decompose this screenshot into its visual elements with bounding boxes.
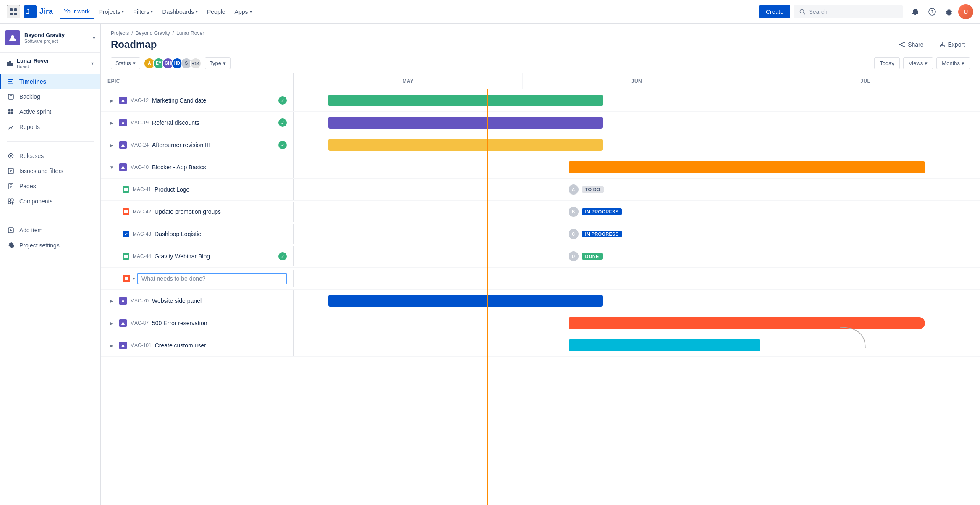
share-button[interactable]: Share: [894, 39, 928, 50]
gantt-bar-mac101[interactable]: [569, 339, 761, 351]
project-info: Beyond Gravity Software project: [24, 32, 89, 44]
svg-point-42: [899, 44, 901, 45]
backlog-icon: [7, 92, 15, 101]
status-mac40: [278, 163, 287, 171]
new-task-input[interactable]: [137, 273, 287, 284]
people-nav[interactable]: People: [203, 5, 230, 18]
table-row: ▶ MAC-101 Create custom user: [101, 334, 980, 357]
avatar-mac44: D: [569, 251, 579, 261]
settings-button[interactable]: [941, 4, 956, 19]
page-title: Roadmap: [111, 39, 157, 50]
your-work-nav[interactable]: Your work: [60, 5, 94, 19]
board-name: Lunar Rover: [17, 58, 49, 64]
user-avatar[interactable]: U: [958, 4, 973, 19]
svg-line-7: [803, 13, 805, 14]
child-cell-mac44: MAC-44 Gravity Webinar Blog ✓: [101, 246, 294, 266]
svg-rect-2: [10, 13, 13, 15]
sidebar-item-backlog[interactable]: Backlog: [0, 89, 100, 104]
breadcrumb-project[interactable]: Beyond Gravity: [136, 30, 170, 36]
child-icon-mac41: [123, 186, 129, 193]
gantt-bar-mac24[interactable]: [328, 139, 603, 151]
svg-text:J: J: [26, 8, 30, 16]
page-actions: Share Export: [894, 39, 970, 50]
sidebar-item-pages[interactable]: Pages: [0, 179, 100, 194]
issues-filters-label: Issues and filters: [19, 168, 63, 174]
apps-grid-icon[interactable]: [7, 5, 20, 18]
help-button[interactable]: ?: [925, 4, 940, 19]
gantt-bar-mac87[interactable]: [569, 317, 925, 329]
notifications-button[interactable]: [908, 4, 923, 19]
sidebar-item-add-item[interactable]: Add item: [0, 223, 100, 238]
project-settings-label: Project settings: [19, 242, 60, 249]
sidebar-item-reports[interactable]: Reports: [0, 119, 100, 134]
apps-nav[interactable]: Apps ▾: [231, 5, 256, 18]
gantt-bar-mac19[interactable]: [328, 117, 603, 129]
sidebar-project[interactable]: Beyond Gravity Software project ▾: [0, 24, 100, 53]
expand-mac12[interactable]: ▶: [107, 96, 116, 105]
search-box[interactable]: [794, 5, 903, 18]
svg-rect-23: [8, 112, 11, 115]
projects-nav[interactable]: Projects ▾: [95, 5, 128, 18]
status-mac101: [278, 341, 287, 350]
expand-mac70[interactable]: ▶: [107, 297, 116, 305]
board-selector[interactable]: Lunar Rover Board ▾: [7, 58, 94, 69]
avatar-more[interactable]: +14: [190, 58, 202, 69]
sidebar-item-timelines[interactable]: Timelines: [0, 74, 100, 89]
expand-mac24[interactable]: ▶: [107, 141, 116, 149]
sidebar-item-project-settings[interactable]: Project settings: [0, 238, 100, 253]
sidebar-item-active-sprint[interactable]: Active sprint: [0, 104, 100, 119]
gantt-bar-mac40[interactable]: [569, 161, 925, 173]
month-may: MAY: [294, 73, 523, 89]
new-task-type-icon: [123, 275, 130, 282]
type-filter-button[interactable]: Type ▾: [205, 57, 231, 69]
dashboards-chevron-icon: ▾: [196, 9, 198, 14]
roadmap-area: Epic MAY JUN JUL ▶: [101, 73, 980, 505]
status-filter-button[interactable]: Status ▾: [111, 57, 140, 69]
export-button[interactable]: Export: [934, 39, 970, 50]
svg-rect-35: [11, 199, 14, 201]
expand-mac40[interactable]: ▼: [107, 163, 116, 171]
jira-logo[interactable]: J Jira: [24, 5, 53, 18]
sidebar-divider-2: [7, 216, 94, 216]
table-row: ▶ MAC-70 Website side panel: [101, 290, 980, 312]
new-task-chevron[interactable]: ▾: [133, 276, 135, 281]
timeline-input: [294, 268, 980, 289]
breadcrumb-projects[interactable]: Projects: [111, 30, 129, 36]
sidebar-item-releases[interactable]: Releases: [0, 148, 100, 163]
svg-rect-27: [8, 168, 13, 174]
epic-icon-mac19: [119, 119, 127, 126]
breadcrumb-board[interactable]: Lunar Rover: [176, 30, 204, 36]
main-nav-links: Your work Projects ▾ Filters ▾ Dashboard…: [60, 5, 756, 19]
project-name: Beyond Gravity: [24, 32, 89, 39]
months-button[interactable]: Months ▾: [936, 57, 970, 69]
gantt-bar-mac70[interactable]: [328, 295, 603, 307]
sidebar-item-components[interactable]: Components: [0, 194, 100, 209]
today-button[interactable]: Today: [874, 57, 900, 69]
epic-cell-mac19: ▶ MAC-19 Referral discounts ✓: [101, 112, 294, 134]
views-button[interactable]: Views ▾: [903, 57, 933, 69]
status-chevron-icon: ▾: [133, 60, 136, 66]
filters-nav[interactable]: Filters ▾: [129, 5, 157, 18]
project-settings-icon: [7, 241, 15, 250]
child-cell-mac43: MAC-43 Dashloop Logistic: [101, 224, 294, 244]
svg-rect-3: [14, 13, 17, 15]
svg-rect-50: [124, 255, 128, 258]
status-done-mac19: ✓: [278, 118, 287, 127]
gantt-bar-mac12[interactable]: [328, 95, 603, 106]
create-button[interactable]: Create: [759, 5, 790, 18]
expand-mac87[interactable]: ▶: [107, 319, 116, 327]
svg-line-45: [901, 45, 903, 46]
page-title-row: Roadmap Share Export: [111, 39, 970, 50]
child-status-mac41: A TO DO: [569, 184, 604, 195]
sidebar-item-issues-filters[interactable]: Issues and filters: [0, 163, 100, 179]
export-icon: [939, 41, 946, 48]
add-item-icon: [7, 226, 15, 234]
dashboards-nav[interactable]: Dashboards ▾: [158, 5, 202, 18]
svg-rect-24: [11, 112, 14, 115]
expand-mac19[interactable]: ▶: [107, 118, 116, 127]
expand-mac101[interactable]: ▶: [107, 341, 116, 350]
timeline-mac101: [294, 334, 980, 356]
sidebar-nav: Timelines Backlog Active sprint Reports: [0, 71, 100, 138]
search-input[interactable]: [809, 8, 897, 15]
status-badge-mac43: IN PROGRESS: [582, 231, 622, 237]
